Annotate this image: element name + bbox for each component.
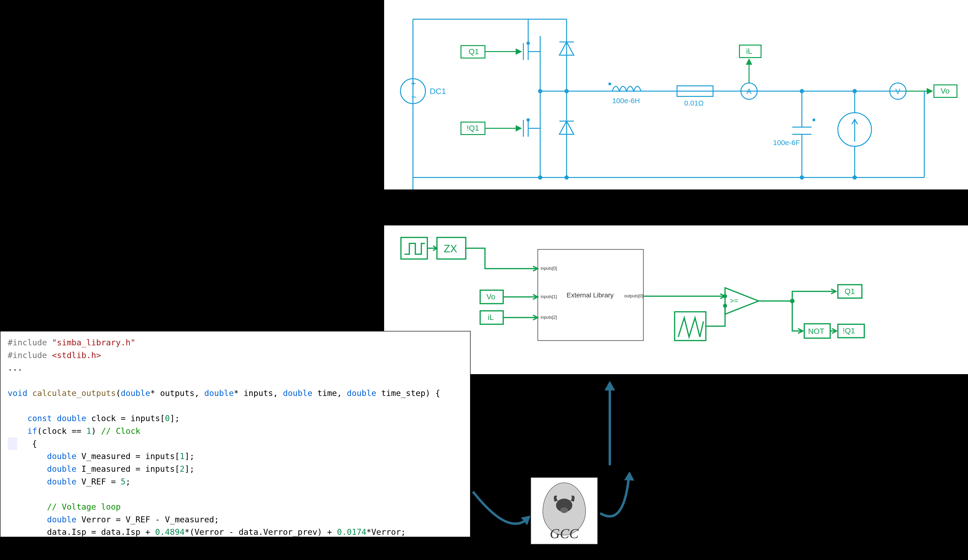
port-inputs0: inputs[0] (541, 266, 557, 271)
svg-point-7 (565, 89, 568, 93)
vo-tag: Vo (941, 87, 950, 95)
svg-point-3 (527, 42, 529, 45)
voltmeter-icon: V (895, 87, 900, 96)
svg-point-31 (724, 304, 726, 307)
comparator-label: >= (730, 297, 738, 305)
svg-rect-24 (401, 238, 427, 259)
gnu-head-icon (550, 492, 578, 516)
inductor-value: 100e-6H (612, 97, 640, 104)
vo-input-tag: Vo (486, 292, 495, 301)
svg-text:+: + (411, 78, 416, 89)
svg-point-30 (724, 295, 726, 297)
port-inputs2: inputs[2] (541, 315, 557, 320)
q1n-tag: !Q1 (467, 124, 479, 132)
il-input-tag: iL (488, 313, 494, 322)
q1n-output-tag: !Q1 (843, 326, 855, 335)
svg-point-37 (560, 507, 568, 513)
gcc-label: GCC (550, 525, 578, 542)
gcc-logo: GCC (530, 477, 598, 544)
svg-rect-29 (675, 312, 706, 340)
svg-point-10 (539, 176, 542, 179)
resistor-value: 0.01Ω (684, 99, 704, 107)
svg-point-9 (565, 176, 568, 179)
dc-source-label: DC1 (430, 87, 446, 96)
code-listing-panel: #include "simba_library.h" #include <std… (0, 331, 471, 537)
svg-point-33 (791, 299, 794, 303)
svg-point-5 (527, 119, 529, 121)
q1-tag: Q1 (469, 47, 479, 56)
svg-point-17 (813, 119, 815, 121)
q1-output-tag: Q1 (845, 287, 855, 296)
svg-point-20 (853, 176, 856, 179)
svg-point-16 (800, 176, 804, 179)
capacitor-value: 100e-6F (773, 139, 800, 147)
ammeter-icon: A (746, 87, 752, 96)
zx-block-label: ZX (444, 243, 457, 254)
not-block-label: NOT (808, 327, 824, 335)
svg-point-11 (609, 83, 611, 85)
port-outputs0: outputs[0] (624, 294, 643, 298)
code-listing: #include "simba_library.h" #include <std… (8, 336, 463, 551)
il-probe-tag: iL (746, 47, 752, 55)
external-library-block: External Library (567, 291, 614, 299)
svg-point-8 (539, 89, 542, 93)
control-schematic-panel: ZX Vo iL External Library inputs[0] inpu… (384, 225, 968, 374)
circuit-schematic-panel: + − DC1 Q1 !Q1 (384, 0, 968, 190)
svg-text:−: − (411, 92, 416, 102)
port-inputs1: inputs[1] (541, 294, 557, 299)
svg-point-15 (800, 89, 804, 93)
svg-point-19 (853, 89, 856, 93)
